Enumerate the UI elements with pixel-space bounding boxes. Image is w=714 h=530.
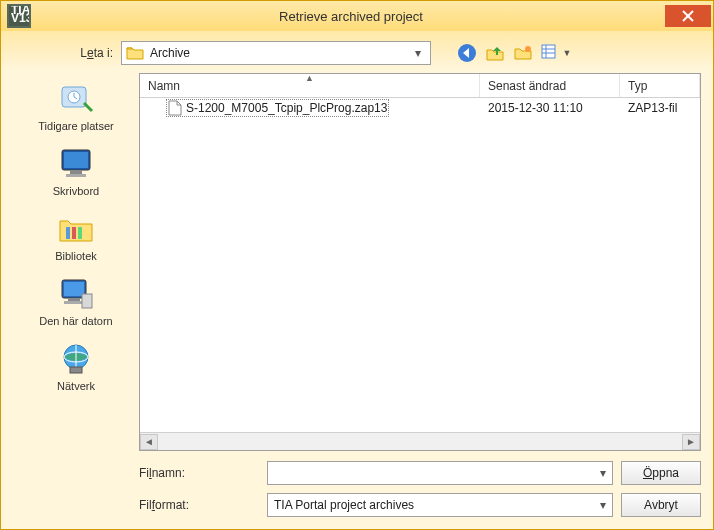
file-name: S-1200_M7005_Tcpip_PlcProg.zap13 (186, 101, 387, 115)
middle-area: Tidigare platser Skrivbord Bibliotek Den… (13, 73, 701, 451)
scroll-right-button[interactable]: ► (682, 434, 700, 450)
views-icon (541, 44, 561, 62)
col-name-label: Namn (148, 79, 180, 93)
dialog-window: TIAV13 Retrieve archived project Leta i:… (0, 0, 714, 530)
lookin-combo[interactable]: Archive ▾ (121, 41, 431, 65)
fileformat-combo[interactable]: TIA Portal project archives ▾ (267, 493, 613, 517)
lookin-label: Leta i: (63, 46, 113, 60)
libraries-icon (56, 211, 96, 247)
cancel-button[interactable]: Avbryt (621, 493, 701, 517)
chevron-down-icon: ▼ (563, 48, 572, 58)
app-icon: TIAV13 (7, 4, 31, 28)
recent-icon (56, 81, 96, 117)
place-libraries[interactable]: Bibliotek (13, 205, 139, 266)
lookin-value: Archive (150, 46, 410, 60)
place-label: Bibliotek (55, 250, 97, 262)
titlebar: TIAV13 Retrieve archived project (1, 1, 713, 31)
nav-toolbar: ▼ (455, 41, 573, 65)
chevron-down-icon: ▾ (600, 466, 606, 480)
desktop-icon (56, 146, 96, 182)
fileformat-row: Filformat: TIA Portal project archives ▾… (139, 493, 701, 517)
close-button[interactable] (665, 5, 711, 27)
svg-rect-17 (66, 227, 70, 239)
places-bar: Tidigare platser Skrivbord Bibliotek Den… (13, 73, 139, 451)
scroll-left-button[interactable]: ◄ (140, 434, 158, 450)
svg-rect-21 (64, 282, 84, 296)
file-pane: ▲ Namn Senast ändrad Typ S-1200_M7005_Tc… (139, 73, 701, 451)
place-recent[interactable]: Tidigare platser (13, 75, 139, 136)
place-label: Skrivbord (53, 185, 99, 197)
network-icon (56, 341, 96, 377)
open-button[interactable]: Öppna (621, 461, 701, 485)
svg-rect-22 (68, 298, 80, 301)
fileformat-label: Filformat: (139, 498, 259, 512)
place-label: Nätverk (57, 380, 95, 392)
place-thispc[interactable]: Den här datorn (13, 270, 139, 331)
svg-rect-24 (82, 294, 92, 308)
svg-rect-18 (72, 227, 76, 239)
chevron-down-icon: ▾ (600, 498, 606, 512)
place-desktop[interactable]: Skrivbord (13, 140, 139, 201)
filename-row: Filnamn: ▾ Öppna (139, 461, 701, 485)
h-scrollbar[interactable]: ◄ ► (140, 432, 700, 450)
views-button[interactable]: ▼ (539, 41, 573, 65)
filename-combo[interactable]: ▾ (267, 461, 613, 485)
new-folder-icon (513, 43, 533, 63)
col-type[interactable]: Typ (620, 74, 700, 97)
svg-rect-23 (64, 301, 84, 304)
place-label: Tidigare platser (38, 120, 113, 132)
filename-label: Filnamn: (139, 466, 259, 480)
place-network[interactable]: Nätverk (13, 335, 139, 396)
rows-area: S-1200_M7005_Tcpip_PlcProg.zap13 2015-12… (140, 98, 700, 432)
svg-rect-14 (64, 152, 88, 168)
col-date-label: Senast ändrad (488, 79, 566, 93)
window-title: Retrieve archived project (37, 9, 665, 24)
up-folder-icon (485, 43, 505, 63)
svg-rect-19 (78, 227, 82, 239)
col-name[interactable]: ▲ Namn (140, 74, 480, 97)
place-label: Den här datorn (39, 315, 112, 327)
new-folder-button[interactable] (511, 41, 535, 65)
up-button[interactable] (483, 41, 507, 65)
folder-icon (126, 45, 144, 61)
chevron-down-icon: ▾ (410, 46, 426, 60)
col-date[interactable]: Senast ändrad (480, 74, 620, 97)
svg-rect-28 (70, 367, 82, 373)
column-headers: ▲ Namn Senast ändrad Typ (140, 74, 700, 98)
file-icon (168, 100, 182, 116)
sort-asc-icon: ▲ (305, 73, 314, 83)
computer-icon (56, 276, 96, 312)
dialog-body: Leta i: Archive ▾ (1, 31, 713, 529)
svg-rect-7 (542, 45, 555, 58)
back-icon (457, 43, 477, 63)
cell-name: S-1200_M7005_Tcpip_PlcProg.zap13 (140, 99, 480, 117)
back-button[interactable] (455, 41, 479, 65)
close-icon (682, 10, 694, 22)
fileformat-value: TIA Portal project archives (274, 498, 600, 512)
col-type-label: Typ (628, 79, 647, 93)
bottom-area: Filnamn: ▾ Öppna Filformat: TIA Portal p… (139, 461, 701, 517)
lookin-row: Leta i: Archive ▾ (63, 41, 701, 65)
cell-type: ZAP13-fil (620, 101, 700, 115)
svg-rect-15 (70, 170, 82, 174)
file-list[interactable]: ▲ Namn Senast ändrad Typ S-1200_M7005_Tc… (139, 73, 701, 451)
table-row[interactable]: S-1200_M7005_Tcpip_PlcProg.zap13 2015-12… (140, 98, 700, 118)
svg-text:V13: V13 (11, 11, 29, 25)
svg-rect-16 (66, 174, 86, 177)
svg-point-6 (525, 46, 531, 52)
cell-date: 2015-12-30 11:10 (480, 101, 620, 115)
